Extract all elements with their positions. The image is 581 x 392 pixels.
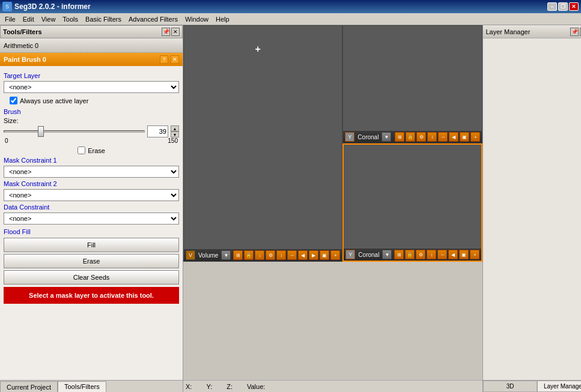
always-active-checkbox[interactable]: [10, 97, 17, 104]
mask-constraint-1-label: Mask Constraint 1: [4, 157, 179, 164]
vp-vol-icon: V: [186, 250, 195, 260]
vp-vol-btn5[interactable]: ↕: [276, 250, 286, 260]
viewport-area: + V Volume ▼ ⊞ 🔒 ↓ ⚙ ↕ ↔ ◀ ▶ ▣ +: [183, 25, 482, 392]
spin-up[interactable]: ▲: [171, 125, 179, 131]
tab-current-project[interactable]: Current Project: [0, 381, 58, 392]
vp-cor-top-dropdown[interactable]: ▼: [382, 132, 391, 142]
vp-cor-top-icon: Y: [345, 132, 354, 142]
vp-vol-btn4[interactable]: ⚙: [266, 250, 275, 260]
mask-constraint-2-dropdown[interactable]: <none>: [4, 189, 179, 201]
spin-down[interactable]: ▼: [171, 131, 179, 137]
main-container: Tools/Filters 📌 ✕ Arithmetic 0 Paint Bru…: [0, 25, 581, 392]
erase-button[interactable]: Erase: [4, 254, 179, 268]
vp-vol-btn3[interactable]: ↓: [255, 250, 264, 260]
tab-tools-filters[interactable]: Tools/Filters: [58, 381, 106, 392]
tools-filters-header: Tools/Filters 📌 ✕: [0, 25, 183, 38]
vp-cor-top-b8[interactable]: +: [470, 132, 480, 142]
left-panel: Tools/Filters 📌 ✕ Arithmetic 0 Paint Bru…: [0, 25, 183, 392]
viewport-volume-content[interactable]: +: [184, 26, 342, 249]
viewport-coronal-bottom-toolbar: Y Coronal ▼ ⊞ 🔒 ⚙ ↕ ↔ ◀ ▣ +: [344, 249, 481, 261]
tab-3d[interactable]: 3D: [483, 381, 537, 392]
vp-vol-btn1[interactable]: ⊞: [233, 250, 243, 260]
size-max: 150: [168, 137, 178, 144]
paint-brush-help[interactable]: ?: [160, 55, 168, 64]
menu-help[interactable]: Help: [212, 14, 233, 24]
vp-cor-bot-b7[interactable]: ▣: [459, 250, 469, 259]
status-bar: X: Y: Z: Value:: [183, 380, 482, 392]
erase-checkbox-row: Erase: [4, 146, 179, 154]
fill-button[interactable]: Fill: [4, 238, 179, 252]
size-label: Size:: [4, 117, 18, 124]
vp-cor-bot-b3[interactable]: ⚙: [416, 250, 425, 259]
minimize-button[interactable]: −: [547, 2, 557, 11]
warning-text: Select a mask layer to activate this too…: [29, 292, 154, 299]
brush-size-spin: ▲ ▼: [171, 125, 179, 137]
vp-cor-top-b5[interactable]: ↔: [438, 132, 448, 142]
vp-cor-bot-b4[interactable]: ↕: [427, 250, 436, 259]
vp-cor-top-b6[interactable]: ◀: [449, 132, 458, 142]
vp-cor-bot-b8[interactable]: +: [470, 250, 479, 259]
vp-volume-label: Volume: [196, 252, 220, 259]
vp-cor-top-b3[interactable]: ⚙: [416, 132, 426, 142]
vp-coronal-bottom-label: Coronal: [356, 252, 381, 258]
vp-cor-bot-b1[interactable]: ⊞: [394, 250, 404, 259]
layer-manager-tabs: 3D Layer Manager: [483, 380, 581, 392]
close-button[interactable]: ✕: [569, 2, 579, 11]
menu-view[interactable]: View: [38, 14, 59, 24]
viewport-grid: + V Volume ▼ ⊞ 🔒 ↓ ⚙ ↕ ↔ ◀ ▶ ▣ +: [183, 25, 482, 380]
tools-filters-close[interactable]: ✕: [171, 28, 180, 36]
vp-cor-bot-b2[interactable]: 🔒: [405, 250, 415, 259]
viewport-coronal-top: Y Coronal ▼ ⊞ 🔒 ⚙ ↕ ↔ ◀ ▣ +: [342, 25, 482, 143]
title-bar: S Seg3D 2.0.2 - informer − ❐ ✕: [0, 0, 581, 13]
mask-constraint-1-dropdown[interactable]: <none>: [4, 166, 179, 178]
flood-fill-label: Flood Fill: [4, 228, 179, 235]
brush-size-slider[interactable]: [4, 125, 145, 137]
bottom-tabs: Current Project Tools/Filters: [0, 380, 183, 392]
vp-vol-btn10[interactable]: +: [330, 250, 340, 260]
layer-manager-pin[interactable]: 📌: [570, 28, 579, 36]
vp-vol-btn9[interactable]: ▣: [320, 250, 329, 260]
viewport-coronal-bottom: Y Coronal ▼ ⊞ 🔒 ⚙ ↕ ↔ ◀ ▣ +: [342, 143, 482, 262]
menu-basic-filters[interactable]: Basic Filters: [82, 14, 125, 24]
tab-layer-manager[interactable]: Layer Manager: [537, 381, 581, 392]
brush-size-input[interactable]: [147, 125, 168, 137]
menu-bar: File Edit View Tools Basic Filters Advan…: [0, 13, 581, 25]
paint-brush-content: Target Layer <none> Always use active la…: [0, 66, 183, 380]
target-layer-label: Target Layer: [4, 72, 179, 79]
vp-cor-top-b2[interactable]: 🔒: [406, 132, 415, 142]
vp-cor-bot-dropdown[interactable]: ▼: [382, 250, 392, 259]
vp-vol-btn8[interactable]: ▶: [309, 250, 318, 260]
data-constraint-dropdown[interactable]: <none>: [4, 213, 179, 225]
app-icon: S: [2, 2, 12, 11]
menu-edit[interactable]: Edit: [19, 14, 38, 24]
restore-button[interactable]: ❐: [558, 2, 568, 11]
viewport-coronal-top-toolbar: Y Coronal ▼ ⊞ 🔒 ⚙ ↕ ↔ ◀ ▣ +: [343, 131, 482, 143]
paint-brush-close[interactable]: ✕: [171, 55, 179, 64]
vp-cor-top-b1[interactable]: ⊞: [395, 132, 404, 142]
vp-cor-bot-b5[interactable]: ↔: [437, 250, 447, 259]
vp-vol-btn6[interactable]: ↔: [287, 250, 297, 260]
menu-file[interactable]: File: [1, 14, 19, 24]
vp-cor-bot-b6[interactable]: ◀: [448, 250, 458, 259]
vp-cor-top-b4[interactable]: ↕: [427, 132, 437, 142]
warning-bar: Select a mask layer to activate this too…: [4, 287, 179, 304]
tools-filters-pin[interactable]: 📌: [162, 28, 170, 36]
menu-advanced-filters[interactable]: Advanced Filters: [125, 14, 181, 24]
vp-cor-top-b7[interactable]: ▣: [460, 132, 469, 142]
erase-label: Erase: [88, 147, 105, 154]
vp-dropdown-icon[interactable]: ▼: [221, 250, 231, 260]
brush-section: Brush Size: ▲ ▼: [4, 108, 179, 144]
viewport-volume: + V Volume ▼ ⊞ 🔒 ↓ ⚙ ↕ ↔ ◀ ▶ ▣ +: [183, 25, 342, 262]
always-active-label: Always use active layer: [20, 97, 88, 104]
tools-filters-title: Tools/Filters: [3, 28, 42, 35]
menu-tools[interactable]: Tools: [59, 14, 82, 24]
erase-checkbox[interactable]: [78, 146, 85, 154]
viewport-coronal-top-content[interactable]: [343, 26, 482, 131]
always-active-row: Always use active layer: [4, 97, 179, 104]
vp-vol-btn2[interactable]: 🔒: [244, 250, 254, 260]
viewport-coronal-bottom-content[interactable]: [344, 145, 481, 249]
menu-window[interactable]: Window: [181, 14, 212, 24]
vp-vol-btn7[interactable]: ◀: [298, 250, 308, 260]
clear-seeds-button[interactable]: Clear Seeds: [4, 270, 179, 285]
target-layer-dropdown[interactable]: <none>: [4, 81, 179, 93]
